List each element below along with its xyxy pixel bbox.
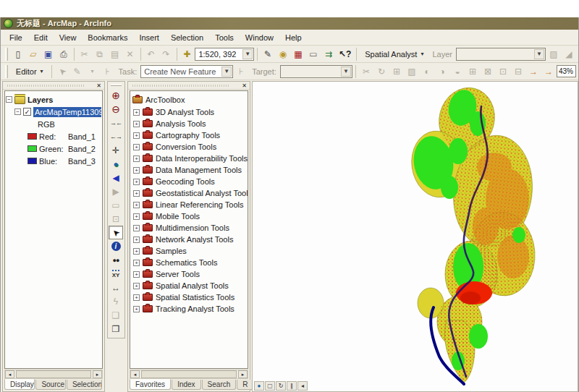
expander-icon[interactable]: +: [133, 283, 140, 289]
expander-icon[interactable]: −: [6, 96, 12, 103]
select-features-icon[interactable]: ▭: [109, 198, 123, 212]
toc-panel-header[interactable]: ✕: [3, 82, 104, 90]
modelbuilder-icon[interactable]: ⇉: [321, 47, 336, 61]
goto-xy-icon[interactable]: XY: [109, 267, 123, 281]
expander-icon[interactable]: +: [133, 132, 140, 139]
menu-file[interactable]: File: [4, 31, 28, 44]
zoom-in-icon[interactable]: ⊕: [109, 88, 123, 102]
identify-icon[interactable]: i: [109, 239, 123, 253]
tab-selection[interactable]: Selection: [67, 380, 102, 390]
tab-index[interactable]: Index: [172, 380, 200, 390]
data-view-button[interactable]: ●: [254, 381, 264, 391]
expander-icon[interactable]: +: [133, 167, 140, 174]
histogram-tool-icon[interactable]: ◢: [562, 47, 576, 61]
scrollbar-thumb[interactable]: [16, 370, 91, 378]
toolset-row[interactable]: + Geostatistical Analyst Tools: [131, 187, 247, 199]
expander-icon[interactable]: +: [133, 260, 140, 266]
expander-icon[interactable]: +: [133, 202, 140, 208]
scroll-left-icon[interactable]: ◂: [130, 370, 140, 378]
sketch-dropdown-icon[interactable]: ▾: [85, 64, 100, 79]
pixel-tool-icon-3[interactable]: ⊡: [496, 64, 510, 79]
transparency-field[interactable]: 43%: [557, 65, 576, 77]
task-dropdown-arrow[interactable]: ▼: [221, 67, 232, 77]
expander-icon[interactable]: +: [133, 144, 140, 150]
arctoolbox-hscrollbar[interactable]: ◂ ▸: [130, 370, 248, 379]
scrollbar-thumb[interactable]: [141, 370, 237, 378]
toolbar-grip[interactable]: [111, 84, 122, 86]
expander-icon[interactable]: +: [133, 109, 140, 116]
expander-icon[interactable]: +: [133, 271, 140, 278]
toolset-row[interactable]: + Data Management Tools: [131, 164, 247, 176]
toolset-row[interactable]: + Spatial Analyst Tools: [131, 280, 247, 291]
layer-checkbox[interactable]: ✓: [23, 108, 31, 116]
pan-icon[interactable]: ✛: [109, 143, 123, 157]
arctoolbox-root-row[interactable]: ArcToolbox: [131, 93, 247, 106]
toolset-row[interactable]: + Server Tools: [131, 268, 247, 280]
pixel-tool-icon-2[interactable]: ⊠: [481, 64, 495, 79]
rotate-tool-icon[interactable]: ↻: [374, 64, 389, 79]
new-document-icon[interactable]: ▯: [11, 47, 25, 61]
toc-root-row[interactable]: − Layers: [6, 93, 101, 106]
raster-cleanup-icon-2[interactable]: ◑: [435, 64, 449, 79]
paste-icon[interactable]: ▤: [108, 47, 122, 61]
close-icon[interactable]: ✕: [240, 82, 248, 89]
menu-edit[interactable]: Edit: [28, 31, 54, 44]
task-combobox[interactable]: Create New Feature ▼: [140, 65, 233, 78]
toolset-row[interactable]: + Cartography Tools: [131, 129, 247, 141]
menu-tools[interactable]: Tools: [209, 31, 240, 44]
tab-search[interactable]: Search: [202, 380, 237, 390]
scale-dropdown-arrow[interactable]: ▼: [242, 49, 253, 59]
menu-bookmarks[interactable]: Bookmarks: [82, 31, 133, 44]
edit-tool-icon[interactable]: ➤: [55, 64, 69, 79]
arctoolbox-icon[interactable]: ▦: [291, 47, 305, 61]
close-icon[interactable]: ✕: [95, 82, 103, 89]
menu-view[interactable]: View: [54, 31, 83, 44]
toolset-row[interactable]: + Samples: [131, 245, 247, 257]
hscroll-left-button[interactable]: ◂: [297, 381, 308, 391]
toolset-row[interactable]: + Multidimension Tools: [131, 222, 247, 234]
pause-drawing-button[interactable]: ∥: [287, 381, 297, 391]
html-popup-icon[interactable]: ❑: [109, 308, 123, 322]
sketch-tool-icon[interactable]: ✎: [70, 64, 85, 79]
editor-menu[interactable]: Editor ▾: [11, 65, 48, 78]
sketch-constraint-icon[interactable]: ⊦: [101, 64, 115, 79]
save-icon[interactable]: ▣: [41, 47, 56, 61]
scroll-left-icon[interactable]: ◂: [5, 370, 14, 378]
whats-this-icon[interactable]: ↖?: [337, 47, 353, 61]
toolset-row[interactable]: + Analysis Tools: [131, 118, 247, 129]
expander-icon[interactable]: +: [133, 294, 140, 301]
expander-icon[interactable]: +: [133, 248, 140, 255]
raster-cleanup-icon-3[interactable]: ◒: [450, 64, 465, 79]
target-combobox[interactable]: ▼: [280, 65, 352, 78]
copy-icon[interactable]: ⧉: [93, 47, 107, 61]
delete-icon[interactable]: ✕: [123, 47, 138, 61]
open-folder-icon[interactable]: ▱: [26, 47, 41, 61]
toolset-row[interactable]: + Mobile Tools: [131, 210, 247, 222]
commandline-icon[interactable]: ▭: [306, 47, 321, 61]
expander-icon[interactable]: +: [133, 306, 140, 312]
menu-insert[interactable]: Insert: [133, 31, 165, 44]
toolbar-grip[interactable]: [5, 48, 8, 61]
expander-icon[interactable]: +: [133, 225, 140, 231]
layer-dropdown-arrow[interactable]: ▼: [534, 49, 544, 59]
toolbar-grip[interactable]: [5, 65, 8, 78]
split-tool-icon[interactable]: ✂: [359, 64, 373, 79]
full-extent-icon[interactable]: ●: [109, 157, 123, 171]
toolset-row[interactable]: + Schematics Tools: [131, 257, 247, 268]
expander-icon[interactable]: +: [133, 213, 140, 220]
scroll-right-icon[interactable]: ▸: [238, 370, 248, 378]
scroll-right-icon[interactable]: ▸: [93, 370, 102, 378]
previous-extent-icon[interactable]: ◀: [109, 171, 123, 184]
contour-tool-icon[interactable]: ▨: [546, 47, 561, 61]
fixed-zoom-in-icon[interactable]: →←: [109, 116, 123, 129]
target-constraint-icon[interactable]: ⊦: [234, 64, 248, 79]
toolset-row[interactable]: + Geocoding Tools: [131, 176, 247, 187]
measure-icon[interactable]: ↔: [109, 281, 123, 294]
sketch-properties-icon[interactable]: ▧: [405, 64, 419, 79]
expander-icon[interactable]: +: [133, 190, 140, 197]
toolset-row[interactable]: + Data Interoperability Tools: [131, 153, 247, 164]
print-icon[interactable]: ⎙: [56, 47, 71, 61]
expander-icon[interactable]: +: [133, 179, 140, 185]
menu-window[interactable]: Window: [240, 31, 279, 44]
spatial-analyst-menu[interactable]: Spatial Analyst ▾: [360, 48, 428, 61]
